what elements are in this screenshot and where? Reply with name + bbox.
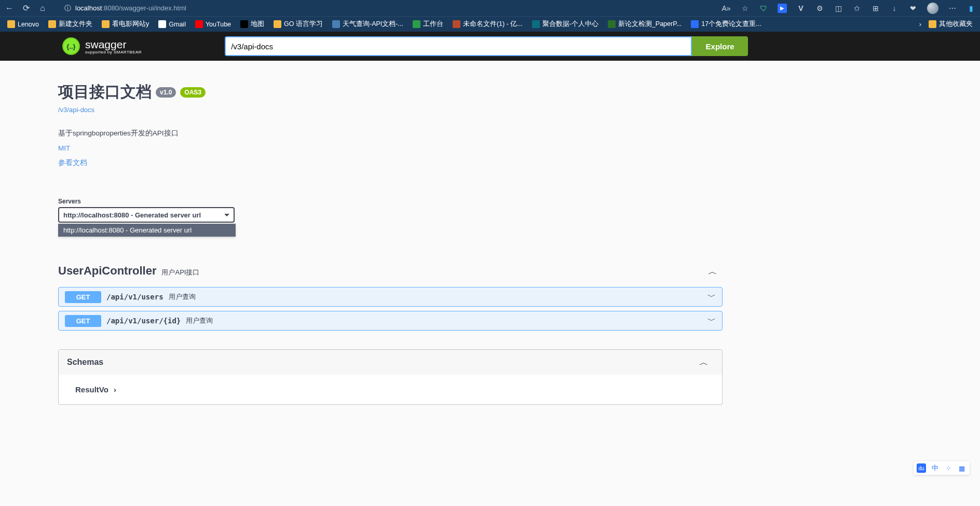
bookmark-icon	[532, 20, 540, 28]
avatar[interactable]	[927, 3, 938, 14]
favorites-icon[interactable]: ✩	[852, 4, 862, 13]
bookmark-icon	[691, 20, 699, 28]
bookmark-item[interactable]: Lenovo	[5, 19, 41, 30]
bookmark-item[interactable]: Gmail	[156, 19, 188, 30]
bookmark-item[interactable]: 工作台	[411, 19, 445, 30]
tag-description: 用户API接口	[161, 268, 199, 277]
download-icon[interactable]: ↓	[890, 4, 899, 13]
collections-icon[interactable]: ⊞	[871, 4, 880, 13]
shield-icon[interactable]: 🛡	[759, 4, 768, 13]
bookmark-icon	[413, 20, 420, 28]
oas-badge: OAS3	[180, 87, 206, 98]
chevron-up-icon: ︿	[699, 356, 714, 368]
overflow-icon[interactable]: ›	[919, 21, 921, 28]
bookmark-item[interactable]: 看电影网站y	[100, 19, 151, 30]
bookmark-item[interactable]: 新建文件夹	[46, 19, 94, 30]
external-docs-link[interactable]: 参看文档	[58, 158, 723, 168]
schema-item[interactable]: ResultVo ›	[75, 385, 705, 394]
other-bookmarks[interactable]: 其他收藏夹	[927, 19, 975, 30]
bookmark-item[interactable]: 未命名文件(1) - 亿...	[451, 19, 525, 30]
bookmark-icon	[102, 20, 110, 28]
method-badge: GET	[65, 315, 101, 327]
info-icon[interactable]: ⓘ	[64, 4, 71, 13]
heart-icon[interactable]: ❤	[908, 4, 918, 13]
api-title: 项目接口文档	[58, 81, 152, 103]
version-badge: v1.0	[156, 87, 176, 98]
translate-icon[interactable]: 中	[930, 463, 940, 473]
method-badge: GET	[65, 291, 101, 303]
explore-button[interactable]: Explore	[692, 36, 748, 56]
chrome-right: A» ☆ 🛡 ▶ V ⚙ ◫ ✩ ⊞ ↓ ❤ ⋯ ▮	[722, 3, 976, 14]
server-dropdown: http://localhost:8080 - Generated server…	[58, 224, 236, 237]
grid-icon[interactable]: ▦	[957, 463, 967, 473]
chevron-up-icon: ︿	[708, 265, 723, 278]
bookmark-item[interactable]: GO 语言学习	[271, 19, 325, 30]
server-option[interactable]: http://localhost:8080 - Generated server…	[58, 224, 236, 237]
op-path: /api/v1/user/{id}	[106, 317, 181, 325]
bookmark-icon	[7, 20, 15, 28]
bear-icon[interactable]: du	[917, 463, 926, 473]
star-icon[interactable]: ☆	[740, 4, 750, 13]
more-icon[interactable]: ⋯	[948, 4, 957, 13]
operation-block[interactable]: GET /api/v1/user/{id} 用户查询 ﹀	[58, 311, 723, 331]
browser-chrome: ← ⟳ ⌂ ⓘ localhost:8080/swagger-ui/index.…	[0, 0, 980, 16]
schemas-header[interactable]: Schemas ︿	[59, 350, 722, 375]
api-docs-link[interactable]: /v3/api-docs	[58, 106, 94, 114]
sidebar-icon[interactable]: ▮	[967, 4, 976, 13]
video-icon[interactable]: ▶	[778, 4, 787, 13]
tag-header[interactable]: UserApiController 用户API接口 ︿	[58, 259, 723, 283]
swagger-logo-icon: {..}	[62, 37, 80, 55]
dots-icon[interactable]: ⁘	[944, 463, 953, 473]
bookmark-item[interactable]: YouTube	[193, 19, 233, 30]
extension-icon[interactable]: ⚙	[815, 4, 824, 13]
v-icon[interactable]: V	[796, 4, 806, 13]
bookmark-icon	[240, 20, 248, 28]
read-aloud-icon[interactable]: A»	[722, 4, 731, 13]
explore-input[interactable]	[225, 36, 692, 56]
op-description: 用户查询	[186, 317, 213, 325]
split-icon[interactable]: ◫	[834, 4, 843, 13]
bookmark-icon	[332, 20, 340, 28]
bookmark-icon	[195, 20, 203, 28]
operation-block[interactable]: GET /api/v1/users 用户查询 ﹀	[58, 287, 723, 307]
float-tools: du 中 ⁘ ▦	[914, 461, 970, 475]
op-description: 用户查询	[169, 293, 196, 302]
bookmark-item[interactable]: 地图	[238, 19, 266, 30]
schemas-title: Schemas	[67, 358, 103, 367]
bookmark-item[interactable]: 新论文检测_PaperP...	[606, 19, 684, 30]
chevron-down-icon: ﹀	[707, 316, 716, 326]
logo-subtext: supported by SMARTBEAR	[85, 50, 142, 54]
bookmark-icon	[608, 20, 616, 28]
bookmark-icon	[453, 20, 460, 28]
url-host: localhost	[75, 4, 102, 12]
server-select[interactable]: http://localhost:8080 - Generated server…	[58, 207, 235, 223]
swagger-logo[interactable]: {..} swagger supported by SMARTBEAR	[62, 37, 142, 55]
bookmark-icon	[158, 20, 166, 28]
bookmark-icon	[274, 20, 281, 28]
back-icon[interactable]: ←	[4, 3, 15, 13]
refresh-icon[interactable]: ⟳	[21, 3, 31, 13]
api-description: 基于springboproperties开发的API接口	[58, 129, 723, 138]
chevron-down-icon: ﹀	[707, 292, 716, 303]
bookmark-item[interactable]: 聚合数据-个人中心	[530, 19, 601, 30]
servers-label: Servers	[58, 198, 723, 205]
home-icon[interactable]: ⌂	[37, 3, 48, 13]
bookmark-item[interactable]: 天气查询-API文档-...	[330, 19, 405, 30]
chevron-right-icon: ›	[114, 385, 116, 394]
license-link[interactable]: MIT	[58, 144, 723, 152]
tag-name: UserApiController	[58, 264, 156, 278]
bookmarks-bar: Lenovo新建文件夹看电影网站yGmailYouTube地图GO 语言学习天气…	[0, 16, 980, 32]
swagger-header: {..} swagger supported by SMARTBEAR Expl…	[0, 32, 980, 61]
logo-text: swagger	[85, 38, 142, 51]
bookmark-item[interactable]: 17个免费论文查重...	[689, 19, 763, 30]
url-path: :8080/swagger-ui/index.html	[102, 4, 186, 12]
address-bar[interactable]: ⓘ localhost:8080/swagger-ui/index.html	[64, 4, 186, 13]
bookmark-icon	[48, 20, 56, 28]
folder-icon	[929, 20, 936, 28]
op-path: /api/v1/users	[106, 293, 164, 301]
